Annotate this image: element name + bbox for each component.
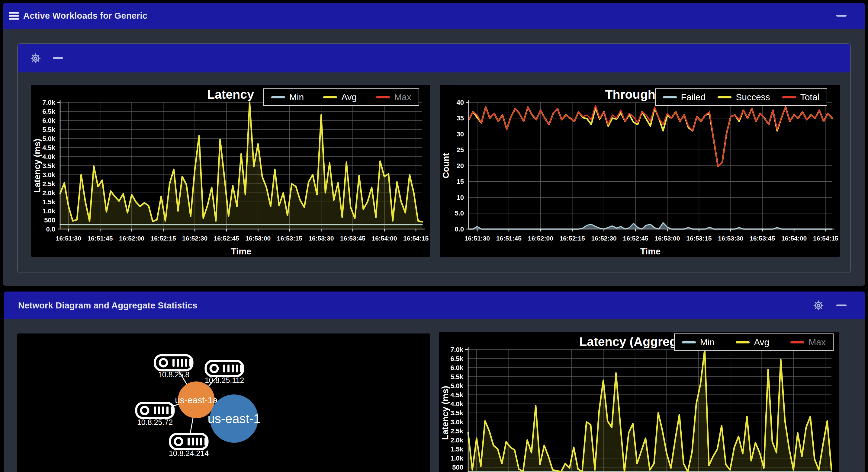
minimize-icon[interactable] xyxy=(836,304,846,306)
y-axis-label: Latency (ms) xyxy=(440,386,450,440)
svg-text:16:53:30: 16:53:30 xyxy=(308,235,334,242)
svg-text:10: 10 xyxy=(457,194,464,201)
legend-label: Failed xyxy=(681,92,706,102)
legend-item-total[interactable]: Total xyxy=(782,92,819,102)
svg-text:16:53:00: 16:53:00 xyxy=(245,235,271,242)
x-axis-tick-labels: 16:51:3016:51:4516:52:0016:52:1516:52:30… xyxy=(56,235,429,242)
svg-text:16:51:45: 16:51:45 xyxy=(496,235,522,242)
legend-label: Max xyxy=(394,92,411,102)
legend-swatch xyxy=(271,96,285,98)
region-node-label: us-east-1 xyxy=(208,412,260,426)
gear-icon[interactable] xyxy=(29,52,42,65)
legend-item-min[interactable]: Min xyxy=(682,337,715,347)
x-axis-label: Time xyxy=(231,246,251,256)
svg-text:16:52:00: 16:52:00 xyxy=(528,235,553,242)
svg-text:7.0k: 7.0k xyxy=(42,99,56,106)
svg-text:6.0k: 6.0k xyxy=(42,117,56,124)
svg-text:16:52:00: 16:52:00 xyxy=(119,235,144,242)
legend-label: Success xyxy=(736,92,770,102)
svg-text:6.0k: 6.0k xyxy=(450,364,464,371)
svg-text:0.0: 0.0 xyxy=(455,226,464,233)
throughput-total-line xyxy=(469,106,832,167)
server-ip-label: 10.8.24.214 xyxy=(169,449,209,458)
x-axis-tick-labels: 16:51:3016:51:4516:52:0016:52:1516:52:30… xyxy=(465,235,838,242)
y-axis-tick-labels: 0.05001.0k1.5k2.0k2.5k3.0k3.5k4.0k4.5k5.… xyxy=(450,346,464,472)
gear-icon[interactable] xyxy=(812,299,825,312)
legend-item-success[interactable]: Success xyxy=(718,92,770,102)
svg-text:16:54:00: 16:54:00 xyxy=(781,235,807,242)
legend-item-avg[interactable]: Avg xyxy=(736,337,769,347)
svg-text:16:54:15: 16:54:15 xyxy=(813,235,838,242)
latency-chart-canvas: 0.05001.0k1.5k2.0k2.5k3.0k3.5k4.0k4.5k5.… xyxy=(31,85,430,257)
svg-text:2.0k: 2.0k xyxy=(42,189,56,197)
network-diagram: 10.8.25.810.8.25.11210.8.25.7210.8.24.21… xyxy=(17,334,430,472)
workloads-chart-panel: 0.05001.0k1.5k2.0k2.5k3.0k3.5k4.0k4.5k5.… xyxy=(17,43,851,273)
hamburger-menu-icon[interactable] xyxy=(9,12,19,20)
window-title: Network Diagram and Aggregate Statistics xyxy=(18,301,197,310)
server-ip-label: 10.8.25.8 xyxy=(158,370,189,379)
svg-text:0.0: 0.0 xyxy=(46,226,55,233)
svg-text:15: 15 xyxy=(457,178,464,185)
y-axis-label: Latency (ms) xyxy=(32,139,42,193)
svg-text:4.5k: 4.5k xyxy=(42,144,56,151)
minimize-icon[interactable] xyxy=(836,15,846,16)
svg-text:2.5k: 2.5k xyxy=(450,427,464,435)
server-node-10.8.25.8[interactable]: 10.8.25.8 xyxy=(155,355,192,379)
svg-text:16:53:30: 16:53:30 xyxy=(718,235,743,242)
latency-chart: 0.05001.0k1.5k2.0k2.5k3.0k3.5k4.0k4.5k5.… xyxy=(31,85,430,257)
aggregate-avg-area xyxy=(468,349,832,472)
legend-label: Total xyxy=(800,92,819,102)
svg-text:16:52:15: 16:52:15 xyxy=(151,235,176,242)
legend-swatch xyxy=(782,96,796,98)
legend-swatch xyxy=(663,96,677,98)
legend-swatch xyxy=(323,96,337,98)
legend-swatch xyxy=(736,341,750,343)
svg-text:35: 35 xyxy=(457,114,464,122)
y-axis-tick-labels: 0.05.010152025303540 xyxy=(455,99,464,233)
server-node-10.8.24.214[interactable]: 10.8.24.214 xyxy=(169,434,209,458)
svg-text:5.0k: 5.0k xyxy=(42,135,56,142)
svg-text:5.0k: 5.0k xyxy=(450,382,464,390)
svg-text:16:51:30: 16:51:30 xyxy=(465,235,490,242)
svg-text:4.5k: 4.5k xyxy=(450,391,464,399)
legend-swatch xyxy=(790,341,804,343)
legend-swatch xyxy=(682,341,696,343)
legend-item-max[interactable]: Max xyxy=(790,337,826,347)
legend-swatch xyxy=(718,96,732,98)
server-node-10.8.25.112[interactable]: 10.8.25.112 xyxy=(205,361,244,384)
svg-text:16:54:00: 16:54:00 xyxy=(371,235,397,242)
svg-text:16:53:15: 16:53:15 xyxy=(686,235,712,242)
server-ip-label: 10.8.25.72 xyxy=(137,418,173,427)
gear-icon-glyph xyxy=(30,53,41,64)
legend-item-failed[interactable]: Failed xyxy=(663,92,706,102)
svg-text:16:54:15: 16:54:15 xyxy=(403,235,429,242)
svg-text:1.0k: 1.0k xyxy=(42,207,56,215)
legend-item-avg[interactable]: Avg xyxy=(323,92,357,102)
svg-text:16:53:45: 16:53:45 xyxy=(750,235,775,242)
y-axis-tick-labels: 0.05001.0k1.5k2.0k2.5k3.0k3.5k4.0k4.5k5.… xyxy=(42,99,56,233)
active-workloads-window: Active Workloads for Generic 0.05001.0k1… xyxy=(3,3,865,286)
svg-text:16:52:45: 16:52:45 xyxy=(623,235,648,242)
legend-item-max[interactable]: Max xyxy=(376,92,411,102)
svg-text:6.5k: 6.5k xyxy=(42,108,56,115)
svg-text:3.0k: 3.0k xyxy=(42,171,56,179)
chart-title: Latency xyxy=(207,88,254,101)
throughput-legend: FailedSuccessTotal xyxy=(655,89,827,106)
chart-panel-header xyxy=(18,44,850,72)
svg-text:3.5k: 3.5k xyxy=(450,409,464,417)
svg-text:3.0k: 3.0k xyxy=(450,418,464,426)
svg-text:2.5k: 2.5k xyxy=(42,180,56,188)
minimize-icon[interactable] xyxy=(53,57,63,59)
throughput-chart: 0.05.01015202530354016:51:3016:51:4516:5… xyxy=(440,85,840,257)
legend-swatch xyxy=(376,96,390,98)
svg-text:16:53:15: 16:53:15 xyxy=(277,235,302,242)
legend-label: Min xyxy=(700,337,715,347)
svg-text:16:52:45: 16:52:45 xyxy=(214,235,239,242)
legend-label: Avg xyxy=(754,337,769,347)
server-node-10.8.25.72[interactable]: 10.8.25.72 xyxy=(136,403,174,427)
svg-text:500: 500 xyxy=(452,464,463,471)
svg-text:30: 30 xyxy=(457,130,464,138)
svg-text:16:52:30: 16:52:30 xyxy=(591,235,617,242)
legend-item-min[interactable]: Min xyxy=(271,92,304,102)
network-statistics-header: Network Diagram and Aggregate Statistics xyxy=(4,292,865,319)
